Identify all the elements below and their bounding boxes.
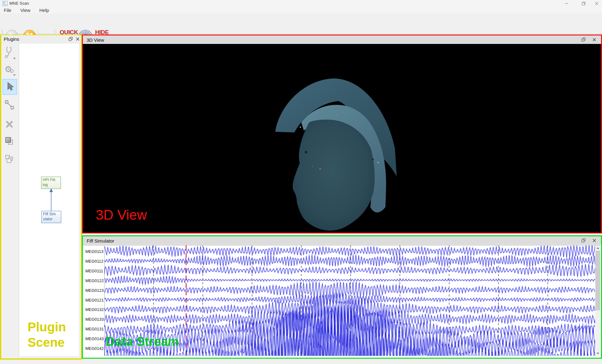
channel-label: MEG0113 [85,249,104,254]
plugin-node-fiff-simulator[interactable]: Fiff Sim ulator [41,211,61,223]
view3d-close-button[interactable] [591,37,597,42]
connect-tool-button[interactable] [3,97,16,112]
fiducial-point [320,168,321,170]
plugin-connection-arrow [47,188,55,211]
menu-bar: File View Help [0,7,602,14]
hpi-point [378,162,379,163]
window-titlebar: Sc MNE Scan [0,0,602,7]
channel-label: MEG0121 [85,298,104,302]
channel-label: MEG0112 [85,259,104,264]
scroll-down-button[interactable] [595,351,600,356]
select-tool-button[interactable] [3,79,17,95]
fiff-panel-titlebar [83,236,601,245]
link-nodes-icon [4,99,15,110]
fiff-float-button[interactable] [581,238,586,243]
plugins-close-button[interactable] [75,36,80,42]
channel-label: MEG0123 [85,288,104,293]
window-close-button[interactable] [591,0,602,7]
layered-squares-icon [4,136,15,147]
close-icon [595,2,599,5]
scrollbar-thumb[interactable] [595,251,600,310]
fiff-close-button[interactable] [591,238,597,243]
channel-label-column: MEG0113MEG0112MEG0111MEG0122MEG0123MEG01… [83,245,105,356]
arrow-down-icon [597,353,599,354]
plugin-scene-annotation-label: Plugin Scene [28,319,75,350]
channel-label: MEG0142 [85,346,104,351]
channel-label: MEG0131 [85,327,104,331]
float-icon [581,238,586,243]
float-icon [68,37,73,41]
sensor-plugins-button[interactable] [3,45,16,60]
minimize-icon [565,2,568,5]
dropdown-arrow-icon [13,74,16,76]
hpi-point [300,126,301,128]
float-icon [581,37,586,42]
plugin-node-hpi-fitting[interactable]: HPI Fitt ing [41,177,61,189]
face-surface [293,120,375,230]
arrange-button[interactable] [3,152,16,167]
fiducial-point [305,151,307,153]
window-maximize-button[interactable] [578,0,589,7]
cursor-icon [5,82,14,92]
fiff-panel-title: Fiff Simulator [87,238,114,244]
channel-label: MEG0132 [85,307,104,312]
dropdown-arrow-icon [13,58,16,59]
plugins-float-button[interactable] [68,36,73,42]
channel-label: MEG0133 [85,317,104,322]
fiducial-point [312,166,313,167]
channel-label: MEG0111 [85,269,103,273]
view3d-panel-titlebar [83,35,601,44]
svg-text:Sc: Sc [3,2,6,4]
channel-label: MEG0143 [85,336,104,341]
cascade-squares-icon [4,154,15,165]
head-model-3d [270,75,402,231]
plugins-panel-title: Plugins [4,36,19,42]
menu-file[interactable]: File [0,7,15,13]
data-stream-scrollbar[interactable] [595,245,600,356]
hpi-point [337,115,338,116]
view3d-viewport[interactable] [83,44,601,231]
view3d-float-button[interactable] [581,37,586,42]
menu-help[interactable]: Help [35,7,53,13]
data-stream-annotation-label: Data Stream [106,335,179,349]
view3d-panel-title: 3D View [87,37,104,43]
close-icon [592,38,596,42]
stethoscope-icon [4,46,15,59]
channel-label: MEG0122 [85,278,104,283]
delete-x-icon [5,120,14,129]
bring-forward-button[interactable] [3,134,16,149]
close-icon [76,37,80,41]
window-minimize-button[interactable] [561,0,572,7]
view3d-annotation-label: 3D View [96,207,147,223]
algorithm-plugins-button[interactable]: ⚙ ⚙ [3,62,16,77]
delete-tool-button[interactable] [3,117,16,132]
menu-view[interactable]: View [17,7,34,13]
fiducial-point [372,158,374,160]
app-icon: Sc [3,1,8,6]
gear-small-icon: ⚙ [9,68,14,74]
window-title: MNE Scan [9,1,29,6]
main-toolbar: 00:02:22 QUICK CTRL HIDE BAD [0,14,602,34]
maximize-icon [582,2,586,6]
scroll-up-button[interactable] [595,245,600,250]
arrow-up-icon [597,247,599,249]
close-icon [592,238,596,243]
